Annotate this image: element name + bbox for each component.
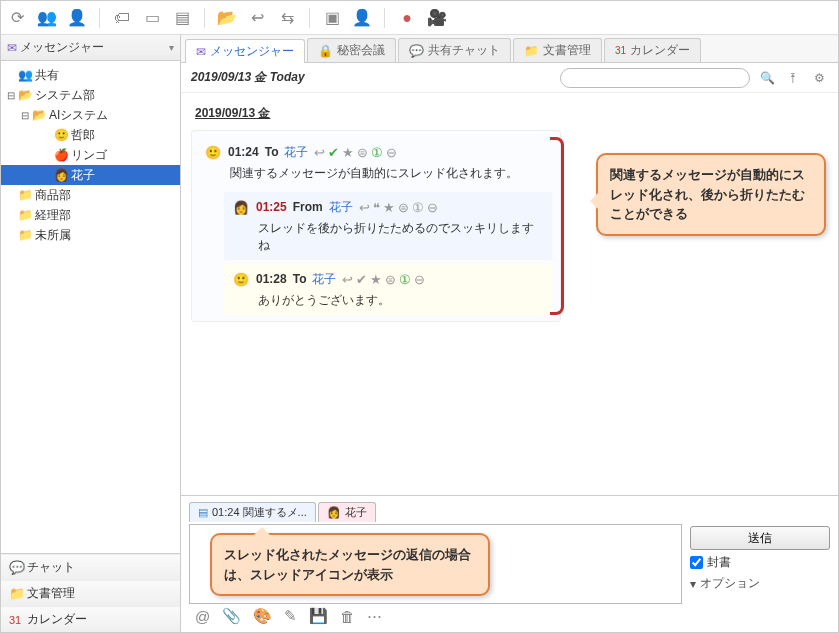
avatar-icon: 🙂: [204, 143, 222, 161]
tree-user-hanako[interactable]: 👩 花子: [1, 165, 180, 185]
alert-icon[interactable]: ①: [399, 272, 411, 287]
folder-open-icon: 📂: [31, 108, 47, 122]
refresh-icon[interactable]: ⟳: [7, 8, 27, 28]
folder-icon: 📁: [17, 208, 33, 222]
search-input[interactable]: [560, 68, 750, 88]
reply-icon[interactable]: ↩: [247, 8, 267, 28]
current-date: 2019/09/13 金 Today: [191, 69, 305, 86]
message-body: 関連するメッセージが自動的にスレッド化されます。: [230, 165, 548, 182]
reply-all-icon[interactable]: ⇆: [277, 8, 297, 28]
trash-icon[interactable]: 🗑: [340, 608, 355, 625]
tab-calendar[interactable]: 31 カレンダー: [604, 38, 701, 62]
record-icon[interactable]: ●: [397, 8, 417, 28]
note-icon[interactable]: ▭: [142, 8, 162, 28]
palette-icon[interactable]: 🎨: [253, 607, 272, 625]
collapse-icon[interactable]: ⊖: [386, 145, 397, 160]
message-item[interactable]: 👩 01:25 From 花子 ↩ ❝ ★ ⊜ ① ⊖: [224, 192, 552, 260]
user-add-icon[interactable]: 👤: [67, 8, 87, 28]
tree-ai-system[interactable]: ⊟ 📂 AIシステム: [1, 105, 180, 125]
check-icon[interactable]: ✔: [356, 272, 367, 287]
folder-icon: 📁: [524, 44, 539, 58]
compose-tab-recipient[interactable]: 👩 花子: [318, 502, 376, 522]
sidebar-header[interactable]: ✉ メッセンジャー ▾: [1, 35, 180, 61]
scroll-top-icon[interactable]: ⭱: [784, 71, 802, 85]
sealed-checkbox[interactable]: 封書: [690, 554, 830, 571]
person-icon[interactable]: 👤: [352, 8, 372, 28]
chevron-down-icon: ▾: [690, 577, 696, 591]
folder-open-icon[interactable]: 📂: [217, 8, 237, 28]
collapse-icon[interactable]: ⊖: [427, 200, 438, 215]
collapse-icon[interactable]: ⊖: [414, 272, 425, 287]
tab-shared-chat[interactable]: 💬 共有チャット: [398, 38, 511, 62]
nav-docs[interactable]: 📁 文書管理: [1, 580, 180, 606]
tree-user-ringo[interactable]: 🍎 リンゴ: [1, 145, 180, 165]
message-time: 01:25: [256, 200, 287, 214]
quote-icon[interactable]: ❝: [373, 200, 380, 215]
alert-icon[interactable]: ①: [412, 200, 424, 215]
message-recipient: 花子: [312, 271, 336, 288]
chat-icon: 💬: [9, 560, 27, 575]
message-item[interactable]: 🙂 01:24 To 花子 ↩ ✔ ★ ⊜ ① ⊖: [200, 137, 552, 188]
attach-icon[interactable]: 📎: [222, 607, 241, 625]
mention-icon[interactable]: @: [195, 608, 210, 625]
apple-icon: 🍎: [53, 148, 69, 162]
more-icon[interactable]: ⊜: [385, 272, 396, 287]
tab-secret[interactable]: 🔒 秘密会議: [307, 38, 396, 62]
sidebar-bottom-nav: 💬 チャット 📁 文書管理 31 カレンダー: [1, 553, 180, 632]
tree-system-dept[interactable]: ⊟ 📂 システム部: [1, 85, 180, 105]
save-icon[interactable]: 💾: [309, 607, 328, 625]
chevron-down-icon[interactable]: ▾: [169, 42, 174, 53]
star-icon[interactable]: ★: [383, 200, 395, 215]
tree-share[interactable]: 👥 共有: [1, 65, 180, 85]
message-body: ありがとうございます。: [258, 292, 544, 309]
reply-icon[interactable]: ↩: [359, 200, 370, 215]
search-icon[interactable]: 🔍: [758, 71, 776, 85]
more-icon[interactable]: ⊜: [398, 200, 409, 215]
expand-icon[interactable]: ⊟: [19, 110, 31, 121]
compose-toolbar: @ 📎 🎨 ✎ 💾 🗑 ⋯: [189, 604, 830, 628]
send-button[interactable]: 送信: [690, 526, 830, 550]
more-icon[interactable]: ⋯: [367, 607, 382, 625]
avatar-icon: 👩: [53, 168, 69, 182]
message-item[interactable]: 🙂 01:28 To 花子 ↩ ✔ ★ ⊜ ① ⊖: [224, 264, 552, 315]
options-toggle[interactable]: ▾ オプション: [690, 575, 830, 592]
expand-icon[interactable]: ⊟: [5, 90, 17, 101]
message-actions: ↩ ❝ ★ ⊜ ① ⊖: [359, 200, 438, 215]
star-icon[interactable]: ★: [370, 272, 382, 287]
reply-icon[interactable]: ↩: [314, 145, 325, 160]
tree-sales-dept[interactable]: 📁 商品部: [1, 185, 180, 205]
thread-area: 2019/09/13 金 🙂 01:24 To 花子 ↩ ✔ ★: [181, 93, 838, 495]
nav-chat[interactable]: 💬 チャット: [1, 554, 180, 580]
tag-icon[interactable]: 🏷: [112, 8, 132, 28]
gear-icon[interactable]: ⚙: [810, 71, 828, 85]
message-recipient: 花子: [284, 144, 308, 161]
thread-bracket: [550, 137, 564, 315]
thread-icon: ▤: [198, 506, 208, 519]
star-icon[interactable]: ★: [342, 145, 354, 160]
content-area: ✉ メッセンジャー 🔒 秘密会議 💬 共有チャット 📁 文書管理 31: [181, 35, 838, 632]
users-icon[interactable]: 👥: [37, 8, 57, 28]
message-sender: 花子: [329, 199, 353, 216]
calendar-icon: 31: [9, 614, 27, 626]
tab-docs[interactable]: 📁 文書管理: [513, 38, 602, 62]
nav-calendar[interactable]: 31 カレンダー: [1, 606, 180, 632]
reply-icon[interactable]: ↩: [342, 272, 353, 287]
tree-user-tetsuro[interactable]: 🙂 哲郎: [1, 125, 180, 145]
tree-accounting-dept[interactable]: 📁 経理部: [1, 205, 180, 225]
avatar-icon: 🙂: [232, 270, 250, 288]
tab-messenger[interactable]: ✉ メッセンジャー: [185, 39, 305, 63]
folder-open-icon: 📂: [17, 88, 33, 102]
alert-icon[interactable]: ①: [371, 145, 383, 160]
edit-icon[interactable]: ✎: [284, 607, 297, 625]
video-icon[interactable]: 🎥: [427, 8, 447, 28]
list-icon[interactable]: ▤: [172, 8, 192, 28]
folder-icon: 📁: [9, 586, 27, 601]
tree-unassigned[interactable]: 📁 未所属: [1, 225, 180, 245]
compose-input[interactable]: スレッド化されたメッセージの返信の場合は、スレッドアイコンが表示: [189, 524, 682, 604]
view-icon[interactable]: ▣: [322, 8, 342, 28]
message-time: 01:28: [256, 272, 287, 286]
sealed-input[interactable]: [690, 556, 703, 569]
check-icon[interactable]: ✔: [328, 145, 339, 160]
callout-thread: 関連するメッセージが自動的にスレッド化され、後から折りたたむことができる: [596, 153, 826, 236]
more-icon[interactable]: ⊜: [357, 145, 368, 160]
